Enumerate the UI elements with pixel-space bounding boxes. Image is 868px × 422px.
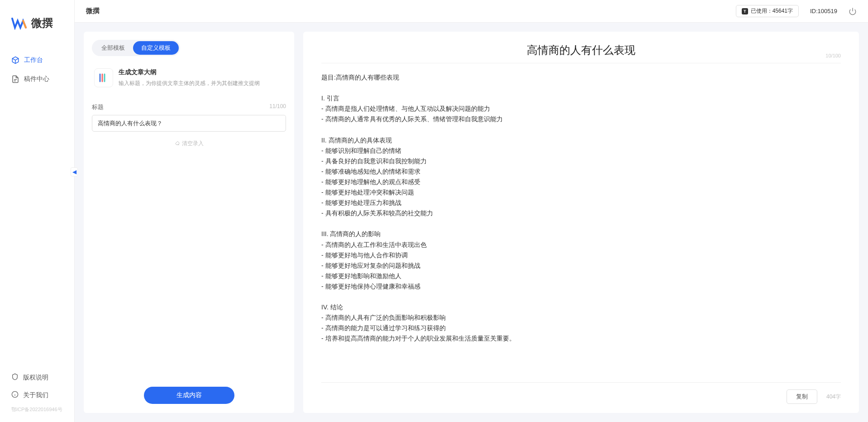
copyright-link[interactable]: 版权说明 [0,369,74,386]
shield-icon [11,373,19,382]
title-input[interactable] [92,115,286,132]
bottom-label: 版权说明 [23,374,48,382]
tab-all-templates[interactable]: 全部模板 [93,41,133,55]
main-content: 全部模板 自定义模板 生成文章大纲 输入标题，为你提供文章主体的灵感，并为其创建… [75,23,868,422]
tab-label: 自定义模板 [141,44,171,51]
clear-label: 清空录入 [182,140,204,147]
usage-badge[interactable]: T 已使用：45641字 [736,5,799,17]
copy-button[interactable]: 复制 [787,389,817,404]
title-char-count: 11/100 [269,103,286,111]
sidebar-bottom: 版权说明 关于我们 鄂ICP备2022016946号 [0,369,74,422]
nav-workbench[interactable]: 工作台 [0,51,74,70]
info-icon [11,391,19,399]
power-icon[interactable] [849,7,857,15]
title-label: 标题 [92,103,104,111]
page-title: 微撰 [86,7,100,15]
template-card: 生成文章大纲 输入标题，为你提供文章主体的灵感，并为其创建推文提纲 [92,62,286,94]
output-word-count: 404字 [826,393,841,401]
output-title-row: 高情商的人有什么表现 10/100 [321,43,841,63]
form-label-row: 标题 11/100 [92,103,286,111]
input-panel: 全部模板 自定义模板 生成文章大纲 输入标题，为你提供文章主体的灵感，并为其创建… [84,32,294,413]
tab-custom-templates[interactable]: 自定义模板 [133,41,179,55]
generate-button[interactable]: 生成内容 [144,387,234,404]
logo-icon [11,16,28,30]
form-section: 标题 11/100 清空录入 [92,103,286,147]
usage-text: 已使用：45641字 [751,7,793,15]
output-content[interactable]: 题目:高情商的人有哪些表现 I. 引言 - 高情商是指人们处理情绪、与他人互动以… [321,63,841,382]
document-icon [11,75,19,83]
cube-icon [11,56,19,64]
logo-text: 微撰 [31,16,53,30]
logo[interactable]: 微撰 [0,0,74,42]
header-right: T 已使用：45641字 ID:100519 [736,5,857,17]
nav-drafts[interactable]: 稿件中心 [0,70,74,89]
tab-label: 全部模板 [101,44,125,51]
copy-label: 复制 [796,393,808,400]
eraser-icon [175,140,180,147]
template-title: 生成文章大纲 [119,68,284,76]
nav-label: 稿件中心 [24,75,49,83]
icp-text: 鄂ICP备2022016946号 [0,404,74,415]
about-link[interactable]: 关于我们 [0,386,74,404]
sidebar: 微撰 工作台 稿件中心 [0,0,75,422]
template-desc: 输入标题，为你提供文章主体的灵感，并为其创建推文提纲 [119,79,284,87]
template-icon [94,68,113,87]
output-footer: 复制 404字 [321,382,841,404]
sidebar-collapse-toggle[interactable]: ◀ [71,167,78,176]
template-tabs: 全部模板 自定义模板 [92,40,180,56]
output-panel: 高情商的人有什么表现 10/100 题目:高情商的人有哪些表现 I. 引言 - … [303,32,859,413]
output-title[interactable]: 高情商的人有什么表现 [527,43,635,57]
chevron-left-icon: ◀ [72,169,76,175]
user-id: ID:100519 [810,8,837,14]
nav-label: 工作台 [24,56,43,64]
generate-label: 生成内容 [176,391,202,398]
text-icon: T [742,8,748,14]
header: 微撰 T 已使用：45641字 ID:100519 [75,0,868,23]
output-title-count: 10/100 [825,53,841,58]
template-info: 生成文章大纲 输入标题，为你提供文章主体的灵感，并为其创建推文提纲 [119,68,284,87]
nav-items: 工作台 稿件中心 [0,42,74,369]
bottom-label: 关于我们 [23,391,48,399]
clear-input-button[interactable]: 清空录入 [92,140,286,147]
